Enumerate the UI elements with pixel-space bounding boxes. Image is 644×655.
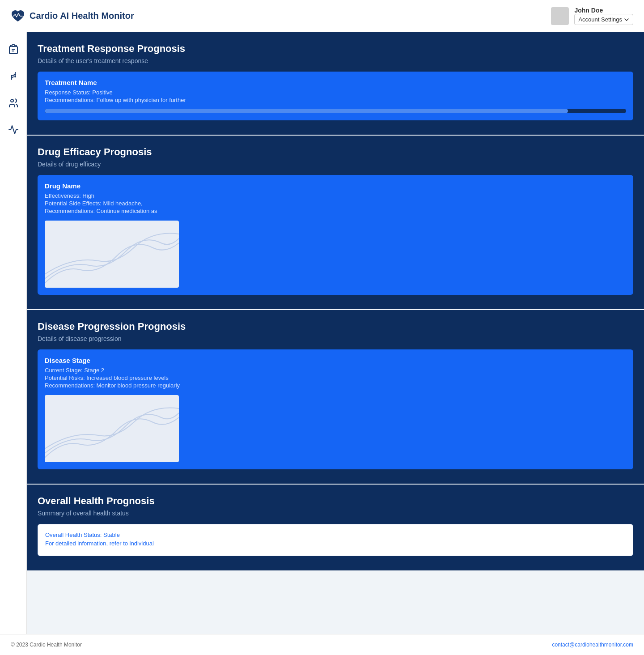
disease-subtitle: Details of disease progression bbox=[38, 335, 633, 342]
user-menu: John Doe Account Settings bbox=[551, 7, 633, 25]
treatment-progress-bar bbox=[45, 109, 626, 113]
drug-line-1: Effectiveness: High bbox=[45, 192, 626, 199]
treatment-line-2: Recommendations: Follow up with physicia… bbox=[45, 97, 626, 103]
treatment-title: Treatment Response Prognosis bbox=[38, 43, 633, 55]
users-icon bbox=[8, 98, 19, 108]
logo-container: Cardio AI Health Monitor bbox=[11, 9, 134, 23]
drug-title: Drug Efficacy Prognosis bbox=[38, 146, 633, 158]
layout: Treatment Response Prognosis Details of … bbox=[0, 32, 644, 634]
footer-copyright: © 2023 Cardio Health Monitor bbox=[11, 642, 82, 648]
drug-line-2: Potential Side Effects: Mild headache, bbox=[45, 200, 626, 207]
disease-title: Disease Progression Prognosis bbox=[38, 321, 633, 332]
sidebar-item-genetics[interactable] bbox=[5, 68, 21, 84]
svg-point-3 bbox=[11, 99, 13, 102]
overall-section: Overall Health Prognosis Summary of over… bbox=[27, 484, 644, 570]
sidebar-item-patients[interactable] bbox=[5, 95, 21, 111]
treatment-section: Treatment Response Prognosis Details of … bbox=[27, 32, 644, 135]
drug-card-title: Drug Name bbox=[45, 182, 626, 190]
sidebar bbox=[0, 32, 27, 634]
app-title: Cardio AI Health Monitor bbox=[30, 11, 134, 21]
treatment-card-title: Treatment Name bbox=[45, 79, 626, 86]
disease-chart bbox=[45, 395, 179, 462]
treatment-progress-fill bbox=[45, 109, 568, 113]
clipboard-icon bbox=[8, 44, 19, 55]
avatar bbox=[551, 7, 569, 25]
app-footer: © 2023 Cardio Health Monitor contact@car… bbox=[0, 634, 644, 655]
overall-title: Overall Health Prognosis bbox=[38, 495, 633, 507]
treatment-card: Treatment Name Response Status: Positive… bbox=[38, 72, 633, 120]
disease-line-2: Potential Risks: Increased blood pressur… bbox=[45, 374, 626, 381]
heart-pulse-icon bbox=[11, 9, 25, 23]
overall-card: Overall Health Status: Stable For detail… bbox=[38, 524, 633, 556]
overall-line-1: Overall Health Status: Stable bbox=[45, 532, 626, 538]
drug-section: Drug Efficacy Prognosis Details of drug … bbox=[27, 135, 644, 309]
user-info: John Doe Account Settings bbox=[574, 7, 633, 25]
drug-chart bbox=[45, 221, 179, 288]
user-name: John Doe bbox=[574, 7, 603, 14]
account-settings-button[interactable]: Account Settings bbox=[574, 14, 633, 25]
svg-rect-0 bbox=[12, 45, 15, 47]
overall-subtitle: Summary of overall health status bbox=[38, 510, 633, 517]
drug-card: Drug Name Effectiveness: High Potential … bbox=[38, 175, 633, 295]
drug-subtitle: Details of drug efficacy bbox=[38, 161, 633, 168]
treatment-subtitle: Details of the user's treatment response bbox=[38, 57, 633, 64]
disease-card: Disease Stage Current Stage: Stage 2 Pot… bbox=[38, 349, 633, 469]
main-content: Treatment Response Prognosis Details of … bbox=[27, 32, 644, 634]
drug-line-3: Recommendations: Continue medication as bbox=[45, 208, 626, 214]
disease-card-title: Disease Stage bbox=[45, 357, 626, 364]
account-settings-label: Account Settings bbox=[578, 16, 622, 23]
footer-contact-link[interactable]: contact@cardiohealthmonitor.com bbox=[552, 642, 633, 648]
sidebar-item-reports[interactable] bbox=[5, 41, 21, 57]
dna-icon bbox=[8, 71, 19, 81]
chevron-down-icon bbox=[624, 17, 629, 22]
disease-line-1: Current Stage: Stage 2 bbox=[45, 367, 626, 374]
disease-line-3: Recommendations: Monitor blood pressure … bbox=[45, 382, 626, 389]
chart-icon bbox=[8, 124, 19, 135]
overall-line-2: For detailed information, refer to indiv… bbox=[45, 540, 626, 547]
disease-section: Disease Progression Prognosis Details of… bbox=[27, 309, 644, 484]
app-header: Cardio AI Health Monitor John Doe Accoun… bbox=[0, 0, 644, 32]
sidebar-item-analytics[interactable] bbox=[5, 122, 21, 138]
treatment-line-1: Response Status: Positive bbox=[45, 89, 626, 96]
